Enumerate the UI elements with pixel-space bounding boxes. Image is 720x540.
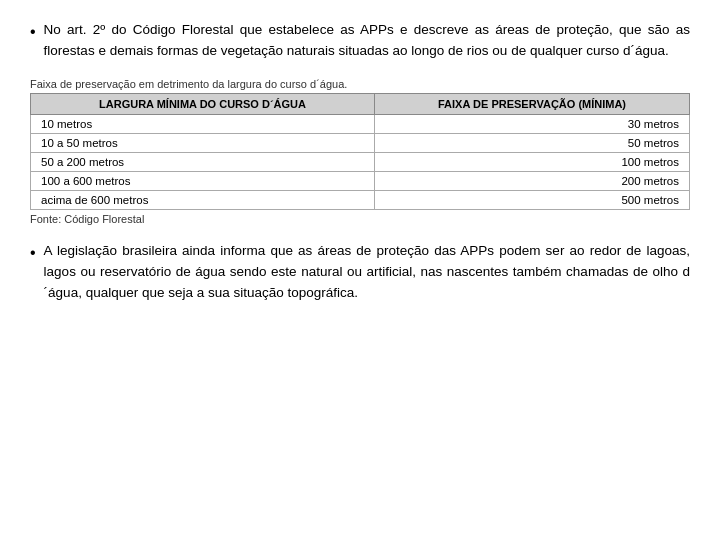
preservation-table: LARGURA MÍNIMA DO CURSO D´ÁGUA FAIXA DE … <box>30 93 690 210</box>
bullet-text-2: A legislação brasileira ainda informa qu… <box>44 241 690 304</box>
table-header-col1: LARGURA MÍNIMA DO CURSO D´ÁGUA <box>31 93 375 114</box>
table-cell-col2: 200 metros <box>375 171 690 190</box>
page-content: • No art. 2º do Código Florestal que est… <box>30 20 690 304</box>
table-cell-col2: 30 metros <box>375 114 690 133</box>
bullet-item-2: • A legislação brasileira ainda informa … <box>30 241 690 304</box>
bullet-dot-2: • <box>30 241 36 265</box>
table-cell-col2: 500 metros <box>375 190 690 209</box>
table-cell-col1: 50 a 200 metros <box>31 152 375 171</box>
table-cell-col1: 10 metros <box>31 114 375 133</box>
table-cell-col1: 100 a 600 metros <box>31 171 375 190</box>
table-cell-col2: 50 metros <box>375 133 690 152</box>
table-caption: Faixa de preservação em detrimento da la… <box>30 78 690 90</box>
bullet-text-1: No art. 2º do Código Florestal que estab… <box>44 20 690 62</box>
table-row: 50 a 200 metros100 metros <box>31 152 690 171</box>
table-header-col2: FAIXA DE PRESERVAÇÃO (MÍNIMA) <box>375 93 690 114</box>
table-cell-col1: acima de 600 metros <box>31 190 375 209</box>
table-source: Fonte: Código Florestal <box>30 213 690 225</box>
bullet-item-1: • No art. 2º do Código Florestal que est… <box>30 20 690 62</box>
table-cell-col2: 100 metros <box>375 152 690 171</box>
table-row: 10 a 50 metros50 metros <box>31 133 690 152</box>
bullet-dot-1: • <box>30 20 36 44</box>
table-row: 100 a 600 metros200 metros <box>31 171 690 190</box>
table-row: acima de 600 metros500 metros <box>31 190 690 209</box>
table-cell-col1: 10 a 50 metros <box>31 133 375 152</box>
table-section: Faixa de preservação em detrimento da la… <box>30 78 690 225</box>
table-header-row: LARGURA MÍNIMA DO CURSO D´ÁGUA FAIXA DE … <box>31 93 690 114</box>
table-row: 10 metros30 metros <box>31 114 690 133</box>
